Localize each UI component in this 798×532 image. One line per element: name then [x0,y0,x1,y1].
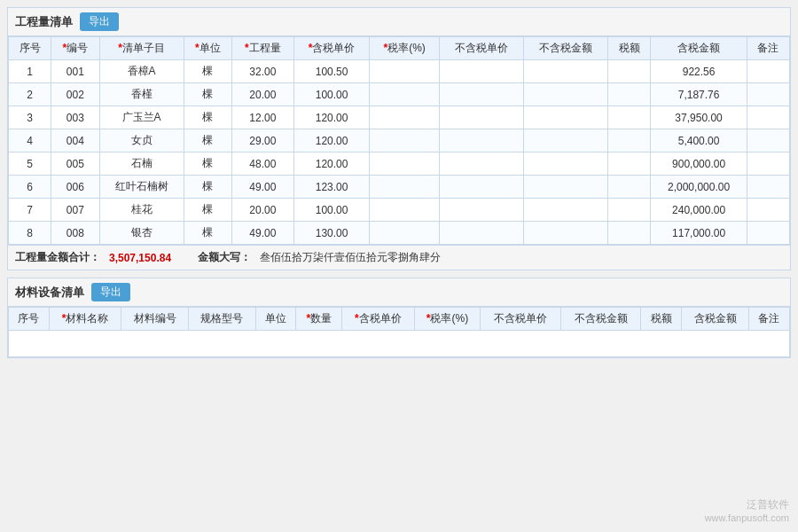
col2-tax-amount: 含税金额 [682,308,749,331]
col2-quantity: *数量 [296,308,342,331]
section1-header: 工程量清单 导出 [8,8,790,36]
col2-code: 材料编号 [121,308,189,331]
col-tax: 税额 [608,37,651,60]
col2-seq: 序号 [9,308,50,331]
col2-remark: 备注 [748,308,789,331]
table-row: 4004女贞棵29.00120.005,400.00 [9,129,790,153]
engineering-quantity-section: 工程量清单 导出 序号 *编号 *清单子目 *单位 *工程量 *含税单价 *税率… [7,7,791,270]
col-tax-amount: 含税金额 [651,37,747,60]
material-equipment-section: 材料设备清单 导出 序号 *材料名称 材料编号 规格型号 单位 *数量 *含税单… [7,278,791,358]
col-code: *编号 [51,37,99,60]
summary-big-value: 叁佰伍拾万柒仟壹佰伍拾元零捌角肆分 [260,250,441,265]
table-row: 3003广玉兰A棵12.00120.0037,950.00 [9,106,790,129]
summary-value: 3,507,150.84 [109,252,171,264]
section1-tbody: 1001香樟A棵32.00100.50922.562002香槿棵20.00100… [9,60,790,245]
table-row: 7007桂花棵20.00100.00240,000.00 [9,199,790,222]
section2-table: 序号 *材料名称 材料编号 规格型号 单位 *数量 *含税单价 *税率(%) 不… [8,307,790,357]
col-tax-rate: *税率(%) [370,37,440,60]
section1-summary: 工程量金额合计： 3,507,150.84 金额大写： 叁佰伍拾万柒仟壹佰伍拾元… [8,245,790,270]
section2-tbody [9,331,790,357]
section2-header-row: 序号 *材料名称 材料编号 规格型号 单位 *数量 *含税单价 *税率(%) 不… [9,308,790,331]
col2-spec: 规格型号 [188,308,255,331]
section2-header: 材料设备清单 导出 [8,278,790,307]
summary-big-label: 金额大写： [198,250,251,265]
col-notax-unit: 不含税单价 [440,37,524,60]
col-quantity: *工程量 [231,37,293,60]
col2-notax-amount: 不含税金额 [560,308,641,331]
col2-tax-unit: *含税单价 [342,308,414,331]
table-row: 2002香槿棵20.00100.007,187.76 [9,83,790,106]
col-unit: *单位 [184,37,231,60]
section2-table-wrap: 序号 *材料名称 材料编号 规格型号 单位 *数量 *含税单价 *税率(%) 不… [8,307,790,357]
col2-unit: 单位 [255,308,296,331]
col-seq: 序号 [9,37,51,60]
col-item: *清单子目 [99,37,184,60]
col-remark: 备注 [747,37,789,60]
col2-tax: 税额 [641,308,682,331]
table-row: 1001香樟A棵32.00100.50922.56 [9,60,790,83]
section1-title: 工程量清单 [15,14,73,30]
col2-tax-rate: *税率(%) [414,308,481,331]
table-row: 6006红叶石楠树棵49.00123.002,000,000.00 [9,176,790,199]
section1-header-row: 序号 *编号 *清单子目 *单位 *工程量 *含税单价 *税率(%) 不含税单价… [9,37,790,60]
col2-name: *材料名称 [49,308,121,331]
empty-row [9,331,790,357]
col-tax-unit: *含税单价 [293,37,370,60]
col2-notax-unit: 不含税单价 [481,308,561,331]
table-row: 5005石楠棵48.00120.00900,000.00 [9,153,790,176]
section1-table: 序号 *编号 *清单子目 *单位 *工程量 *含税单价 *税率(%) 不含税单价… [8,36,790,245]
section2-export-button[interactable]: 导出 [91,283,130,301]
section2-title: 材料设备清单 [15,285,84,301]
summary-label: 工程量金额合计： [15,250,100,265]
col-notax-amount: 不含税金额 [524,37,608,60]
section1-table-wrap: 序号 *编号 *清单子目 *单位 *工程量 *含税单价 *税率(%) 不含税单价… [8,36,790,245]
section1-export-button[interactable]: 导出 [80,12,119,31]
table-row: 8008银杏棵49.00130.00117,000.00 [9,222,790,245]
